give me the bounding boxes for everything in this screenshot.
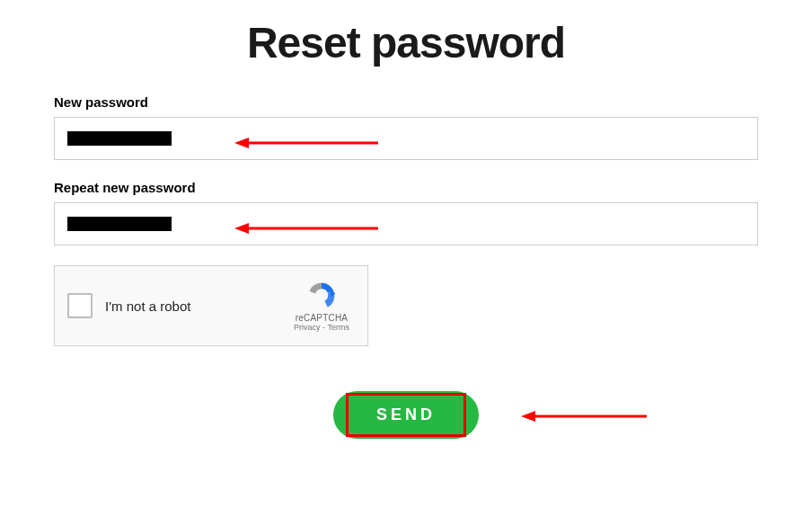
svg-marker-1 <box>234 138 249 148</box>
annotation-arrow-icon <box>234 138 378 139</box>
redacted-value <box>67 131 172 146</box>
repeat-password-input-wrap[interactable] <box>54 202 758 245</box>
new-password-group: New password <box>54 94 758 160</box>
button-row: SEND <box>54 391 758 439</box>
redacted-value <box>67 217 172 231</box>
page-title: Reset password <box>54 18 758 67</box>
repeat-password-label: Repeat new password <box>54 180 758 195</box>
annotation-arrow-icon <box>521 411 647 413</box>
recaptcha-links[interactable]: Privacy - Terms <box>288 323 355 332</box>
new-password-label: New password <box>54 94 758 110</box>
send-button[interactable]: SEND <box>333 391 479 439</box>
recaptcha-label: I'm not a robot <box>105 299 288 314</box>
annotation-arrow-icon <box>234 223 378 225</box>
svg-marker-3 <box>234 223 249 234</box>
recaptcha-checkbox[interactable] <box>67 293 93 318</box>
recaptcha-logo-icon <box>306 281 337 311</box>
recaptcha-brand-text: reCAPTCHA <box>288 313 355 323</box>
send-button-label: SEND <box>376 406 436 423</box>
new-password-input-wrap[interactable] <box>54 117 758 160</box>
recaptcha-widget: I'm not a robot reCAPTCHA Privacy - Term… <box>54 265 368 346</box>
recaptcha-branding: reCAPTCHA Privacy - Terms <box>288 281 355 332</box>
svg-marker-6 <box>521 411 535 422</box>
repeat-password-group: Repeat new password <box>54 180 758 245</box>
